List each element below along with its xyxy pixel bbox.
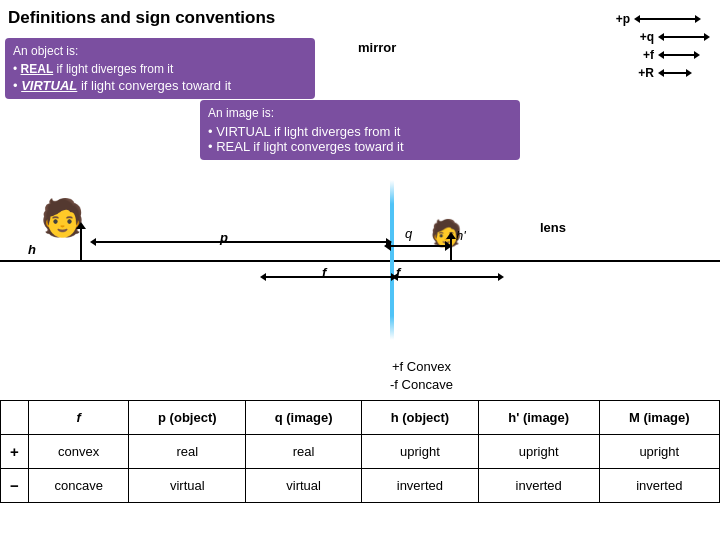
image-real-label: REAL — [216, 139, 249, 154]
row-minus-q: virtual — [246, 469, 362, 503]
col-header-q: q (image) — [246, 401, 362, 435]
object-virtual-line: • VIRTUAL if light converges toward it — [13, 78, 307, 93]
optics-diagram: 🧑 h p 🧑 h' q lens f f — [0, 170, 720, 360]
optical-axis — [0, 260, 720, 262]
image-virtual-line: • VIRTUAL if light diverges from it — [208, 124, 512, 139]
object-figure: 🧑 — [40, 200, 85, 236]
row-minus-sign: − — [1, 469, 29, 503]
page-title: Definitions and sign conventions — [8, 8, 275, 28]
object-virtual-text: if light converges toward it — [77, 78, 231, 93]
row-minus-h: inverted — [361, 469, 478, 503]
plus-f-label: +f — [634, 48, 654, 62]
col-header-hprime: h' (image) — [478, 401, 599, 435]
object-real-line: • REAL if light diverges from it — [13, 62, 307, 76]
row-minus-type: concave — [29, 469, 129, 503]
f-right-arrow-line — [398, 276, 498, 278]
row-plus-sign: + — [1, 435, 29, 469]
convex-concave-label: +f Convex -f Concave — [390, 358, 453, 394]
arrow-f-right-head — [694, 51, 700, 59]
p-arrow — [90, 238, 392, 246]
table-header-row: f p (object) q (image) h (object) h' (im… — [1, 401, 720, 435]
col-header-p: p (object) — [129, 401, 246, 435]
convex-text: +f Convex — [390, 358, 453, 376]
row-plus-M: upright — [599, 435, 719, 469]
object-height-arrow — [80, 228, 82, 260]
h-label: h — [28, 242, 36, 257]
table: f p (object) q (image) h (object) h' (im… — [0, 400, 720, 503]
f-left-arrow — [260, 273, 397, 281]
image-real-text: if light converges toward it — [250, 139, 404, 154]
plus-R-label: +R — [634, 66, 654, 80]
object-real-label: REAL — [21, 62, 54, 76]
image-virtual-label: VIRTUAL — [216, 124, 270, 139]
arrow-line-R — [664, 72, 686, 74]
image-definition-box: An image is: • VIRTUAL if light diverges… — [200, 100, 520, 160]
arrow-line-f — [664, 54, 694, 56]
plus-R-arrow-group: +R — [634, 66, 710, 80]
concave-text: -f Concave — [390, 376, 453, 394]
table-row-plus: + convex real real upright upright uprig… — [1, 435, 720, 469]
f-right-arrow — [392, 273, 504, 281]
row-plus-q: real — [246, 435, 362, 469]
arrow-line-q — [664, 36, 704, 38]
row-minus-p: virtual — [129, 469, 246, 503]
p-arrow-line — [96, 241, 386, 243]
plus-f-arrow-group: +f — [634, 48, 710, 62]
object-definition-box: An object is: • REAL if light diverges f… — [5, 38, 315, 99]
object-real-text: if light diverges from it — [53, 62, 173, 76]
mirror-label: mirror — [358, 40, 396, 55]
q-arrow — [390, 245, 446, 247]
col-header-blank — [1, 401, 29, 435]
lens-label: lens — [540, 220, 566, 235]
arrow-right-head — [695, 15, 701, 23]
image-virtual-text: if light diverges from it — [270, 124, 400, 139]
image-box-title: An image is: — [208, 106, 512, 120]
plus-q-arrow-group: +q — [634, 30, 710, 44]
hprime-label: h' — [456, 228, 466, 243]
image-real-line: • REAL if light converges toward it — [208, 139, 512, 154]
row-minus-M: inverted — [599, 469, 719, 503]
arrow-line-p — [640, 18, 695, 20]
object-box-title: An object is: — [13, 44, 307, 58]
object-virtual-label: VIRTUAL — [21, 78, 77, 93]
row-minus-hprime: inverted — [478, 469, 599, 503]
row-plus-type: convex — [29, 435, 129, 469]
lens-line — [390, 180, 394, 340]
sign-convention-table: f p (object) q (image) h (object) h' (im… — [0, 400, 720, 503]
plus-p-label: +p — [610, 12, 630, 26]
row-plus-hprime: upright — [478, 435, 599, 469]
plus-q-label: +q — [634, 30, 654, 44]
q-label: q — [405, 226, 412, 241]
col-header-f: f — [29, 401, 129, 435]
arrow-q-right-head — [704, 33, 710, 41]
table-row-minus: − concave virtual virtual inverted inver… — [1, 469, 720, 503]
col-header-h: h (object) — [361, 401, 478, 435]
arrow-R-right-head — [686, 69, 692, 77]
col-header-M: M (image) — [599, 401, 719, 435]
row-plus-h: upright — [361, 435, 478, 469]
f-right-arrow-right-head — [498, 273, 504, 281]
plus-p-arrow-group: +p — [610, 12, 710, 26]
row-plus-p: real — [129, 435, 246, 469]
f-left-arrow-line — [266, 276, 391, 278]
